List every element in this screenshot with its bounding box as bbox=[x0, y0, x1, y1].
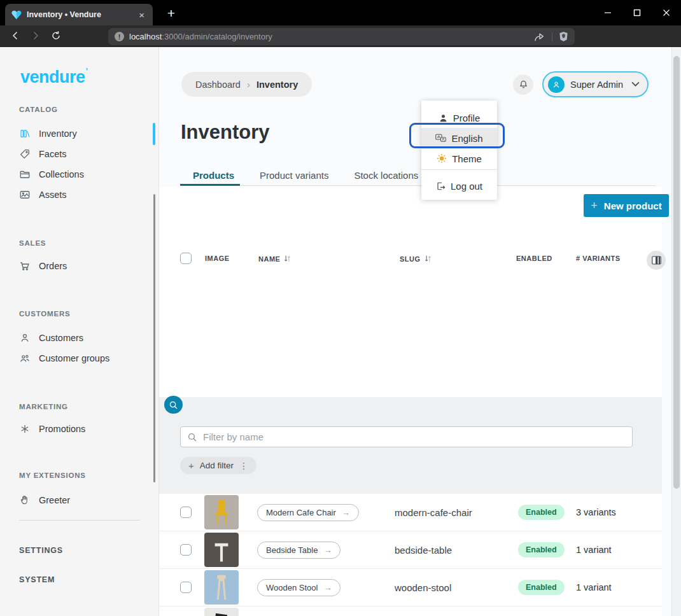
sidebar-item-customer-groups[interactable]: Customer groups bbox=[0, 348, 153, 368]
browser-tab[interactable]: Inventory • Vendure × bbox=[5, 4, 153, 25]
vendure-admin-app: vendure’ CATALOG Inventory Facets Collec… bbox=[0, 47, 681, 616]
search-toggle-button[interactable] bbox=[164, 396, 183, 414]
share-icon[interactable] bbox=[534, 32, 545, 42]
url-bar[interactable]: ! localhost:3000/admin/catalog/inventory bbox=[108, 28, 575, 45]
minimize-button[interactable] bbox=[593, 0, 622, 25]
menu-item-theme[interactable]: Theme bbox=[421, 149, 497, 168]
product-slug: modern-cafe-chair bbox=[395, 507, 518, 518]
column-header-variants: # VARIANTS bbox=[576, 255, 621, 262]
table-row: Wooden Stool→ wooden-stool Enabled 1 var… bbox=[159, 569, 662, 606]
product-slug: bedside-table bbox=[395, 545, 518, 556]
page-scrollbar[interactable] bbox=[671, 47, 681, 616]
sidebar-item-inventory[interactable]: Inventory bbox=[0, 123, 153, 144]
column-header-name[interactable]: NAME bbox=[258, 255, 291, 263]
tab-bar: Products Product variants Stock location… bbox=[180, 165, 431, 185]
arrow-right-icon: → bbox=[342, 508, 350, 517]
sidebar-item-promotions[interactable]: Promotions bbox=[0, 419, 153, 439]
sidebar-item-customers[interactable]: Customers bbox=[0, 328, 153, 348]
browser-navbar: ! localhost:3000/admin/catalog/inventory bbox=[0, 25, 681, 47]
person-icon bbox=[439, 113, 448, 123]
column-settings-button[interactable] bbox=[647, 251, 666, 270]
page-title: Inventory bbox=[181, 121, 270, 144]
user-menu-button[interactable]: Super Admin bbox=[542, 71, 649, 97]
sidebar-section-settings[interactable]: SETTINGS bbox=[0, 539, 159, 562]
scrollbar-thumb[interactable] bbox=[673, 56, 680, 489]
breadcrumb-dashboard[interactable]: Dashboard bbox=[195, 80, 241, 90]
sidebar-item-label: Greeter bbox=[39, 495, 70, 505]
chevron-down-icon bbox=[631, 81, 640, 87]
sidebar-item-greeter[interactable]: Greeter bbox=[0, 490, 153, 510]
new-tab-button[interactable]: + bbox=[162, 4, 181, 23]
reload-button[interactable] bbox=[46, 31, 66, 43]
sidebar-item-label: Facets bbox=[39, 149, 67, 159]
tab-product-variants[interactable]: Product variants bbox=[247, 165, 341, 185]
url-text: localhost:3000/admin/catalog/inventory bbox=[129, 32, 529, 41]
sidebar-item-collections[interactable]: Collections bbox=[0, 164, 153, 185]
users-icon bbox=[19, 353, 31, 364]
library-icon bbox=[19, 128, 31, 139]
tab-stock-locations[interactable]: Stock locations bbox=[341, 165, 431, 185]
kebab-menu-icon[interactable]: ⋮ bbox=[239, 461, 248, 471]
status-badge: Enabled bbox=[518, 542, 565, 557]
add-filter-button[interactable]: + Add filter ⋮ bbox=[180, 457, 256, 474]
product-name-chip[interactable]: Modern Cafe Chair→ bbox=[257, 504, 359, 521]
site-info-icon[interactable]: ! bbox=[115, 32, 124, 41]
product-name: Modern Cafe Chair bbox=[266, 508, 336, 517]
menu-item-logout[interactable]: Log out bbox=[421, 176, 497, 195]
variant-count: 1 variant bbox=[576, 582, 612, 592]
section-label-my-extensions: MY EXTENSIONS bbox=[19, 472, 86, 479]
column-header-image: IMAGE bbox=[205, 255, 230, 262]
sidebar-scrollbar[interactable] bbox=[153, 194, 155, 482]
product-image bbox=[204, 608, 239, 616]
product-table: Modern Cafe Chair→ modern-cafe-chair Ena… bbox=[159, 494, 662, 616]
user-icon bbox=[19, 332, 31, 344]
status-badge: Enabled bbox=[518, 580, 565, 595]
product-image bbox=[204, 533, 239, 567]
brave-shield-icon[interactable] bbox=[559, 31, 568, 42]
vendure-logo[interactable]: vendure’ bbox=[20, 66, 88, 87]
table-row: Modern Cafe Chair→ modern-cafe-chair Ena… bbox=[159, 494, 662, 531]
close-window-button[interactable] bbox=[652, 0, 681, 25]
sidebar-item-facets[interactable]: Facets bbox=[0, 144, 153, 164]
breadcrumb-inventory[interactable]: Inventory bbox=[256, 80, 298, 90]
table-row: Black Eaves Chair→ black-eaves-chair Ena… bbox=[159, 606, 662, 616]
forward-button[interactable] bbox=[25, 31, 46, 43]
filter-input-wrap[interactable] bbox=[180, 426, 633, 447]
maximize-button[interactable] bbox=[622, 0, 652, 25]
product-slug: wooden-stool bbox=[395, 582, 518, 593]
sort-icon[interactable] bbox=[283, 255, 291, 263]
vendure-favicon bbox=[11, 10, 22, 20]
product-name-chip[interactable]: Wooden Stool→ bbox=[257, 579, 340, 596]
filter-by-name-input[interactable] bbox=[203, 431, 626, 442]
bell-icon bbox=[518, 79, 529, 90]
breadcrumb[interactable]: Dashboard › Inventory bbox=[181, 72, 312, 97]
sort-icon[interactable] bbox=[424, 255, 432, 263]
sidebar-section-system[interactable]: SYSTEM bbox=[0, 568, 159, 591]
notifications-button[interactable] bbox=[513, 74, 533, 95]
row-checkbox[interactable] bbox=[180, 544, 192, 556]
select-all-checkbox[interactable] bbox=[180, 253, 192, 264]
section-label-system: SYSTEM bbox=[19, 575, 55, 584]
user-dropdown-menu: Profile English Theme bbox=[421, 101, 497, 200]
breadcrumb-separator-icon: › bbox=[247, 79, 250, 90]
column-header-slug[interactable]: SLUG bbox=[400, 255, 432, 263]
back-button[interactable] bbox=[5, 31, 25, 43]
product-image-shape bbox=[212, 613, 231, 616]
filter-section: + Add filter ⋮ bbox=[159, 397, 662, 494]
product-image bbox=[204, 495, 239, 529]
product-name: Wooden Stool bbox=[266, 583, 318, 592]
row-checkbox[interactable] bbox=[180, 507, 192, 518]
new-product-button[interactable]: + New product bbox=[584, 194, 669, 217]
product-image-shape bbox=[213, 538, 230, 563]
divider bbox=[552, 32, 552, 41]
sidebar-item-assets[interactable]: Assets bbox=[0, 185, 153, 205]
sidebar-item-orders[interactable]: Orders bbox=[0, 256, 153, 276]
search-icon bbox=[187, 432, 197, 442]
tab-products[interactable]: Products bbox=[180, 165, 247, 185]
sidebar-item-label: Assets bbox=[39, 190, 67, 200]
status-badge: Enabled bbox=[518, 505, 565, 520]
row-checkbox[interactable] bbox=[180, 582, 192, 593]
tab-close-icon[interactable]: × bbox=[137, 10, 146, 20]
product-name-chip[interactable]: Bedside Table→ bbox=[257, 542, 340, 559]
sidebar-item-label: Inventory bbox=[39, 129, 77, 139]
